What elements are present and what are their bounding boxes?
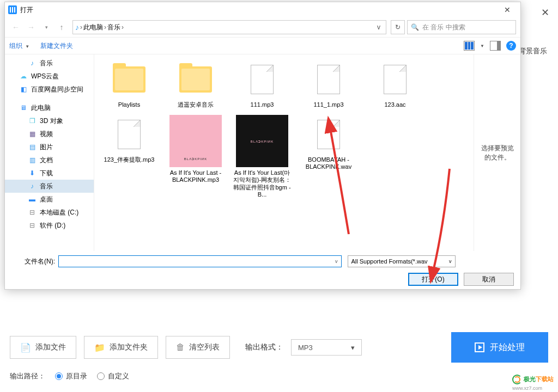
sidebar-item-icon: ▤ (28, 143, 37, 151)
file-item[interactable]: BLΛƆKPIИKAs If It's Your Last - BLACKPIN… (164, 113, 227, 200)
nav-back-icon[interactable]: ← (9, 21, 22, 34)
add-folder-icon: 📁 (94, 342, 105, 353)
sidebar-item-icon: ⊟ (28, 208, 37, 217)
sidebar-item-icon: 🖥 (19, 103, 28, 112)
help-icon[interactable]: ? (506, 41, 516, 51)
path-dropdown-icon[interactable]: v (374, 23, 384, 31)
sidebar-item-label: 本地磁盘 (C:) (40, 208, 78, 217)
add-folder-label: 添加文件夹 (110, 342, 148, 352)
radio-custom[interactable]: 自定义 (97, 371, 129, 381)
files-area[interactable]: Playlists逍遥安卓音乐111.mp3111_1.mp3123.aac12… (94, 54, 474, 251)
file-item[interactable]: 123.aac (363, 58, 427, 111)
search-icon: 🔍 (411, 23, 419, 31)
sidebar-item[interactable]: ▥文档 (5, 154, 94, 167)
chevron-down-icon: ▾ (351, 344, 355, 352)
view-dropdown-icon[interactable]: ▼ (480, 44, 484, 48)
filename-dropdown-icon[interactable]: v (335, 259, 338, 264)
close-button[interactable]: ✕ (496, 5, 518, 14)
sidebar-item[interactable]: ⊟本地磁盘 (C:) (5, 206, 94, 219)
clear-list-button[interactable]: 🗑 清空列表 (166, 336, 230, 359)
file-item[interactable]: 123_伴奏提取.mp3 (98, 113, 161, 200)
start-process-button[interactable]: 开始处理 (451, 332, 548, 363)
sidebar-item[interactable]: ❒3D 对象 (5, 114, 94, 127)
dropdown-icon: ▼ (25, 44, 29, 49)
path-current[interactable]: 音乐 (107, 23, 120, 32)
filename-input[interactable] (58, 255, 342, 267)
sidebar-item[interactable]: ▦视频 (5, 127, 94, 140)
new-folder-button[interactable]: 新建文件夹 (40, 41, 73, 51)
sidebar-item-label: 此电脑 (31, 103, 51, 113)
view-mode-button[interactable] (464, 41, 475, 51)
chevron-down-icon: v (449, 259, 452, 264)
radio-original-label: 原目录 (66, 371, 87, 381)
add-file-button[interactable]: 📄 添加文件 (10, 336, 76, 359)
bg-music-label: 背景音乐 (519, 46, 547, 56)
file-name-label: BOOMBAYAH - BLACKPINK.wav (299, 156, 358, 170)
filename-label: 文件名(N): (11, 257, 55, 266)
sidebar-item-icon: ⊟ (28, 221, 37, 230)
path-sep-icon: › (104, 23, 106, 31)
titlebar: 打开 ✕ (5, 2, 520, 17)
app-close-icon[interactable]: ✕ (541, 7, 549, 19)
sidebar-item-label: 下载 (40, 169, 53, 178)
radio-unchecked-icon (97, 372, 105, 380)
file-row: 文件名(N): v All Supported Formats(*.wav v … (5, 251, 520, 289)
sidebar-item-label: 软件 (D:) (40, 221, 65, 230)
search-placeholder: 在 音乐 中搜索 (422, 23, 465, 32)
organize-label: 组织 (9, 42, 22, 50)
search-input[interactable]: 🔍 在 音乐 中搜索 (407, 20, 516, 34)
content-area: Playlists逍遥安卓音乐111.mp3111_1.mp3123.aac12… (94, 54, 520, 251)
address-bar[interactable]: ♪ › 此电脑 › 音乐 › v (72, 20, 386, 34)
open-button[interactable]: 打开(O) (408, 273, 458, 286)
sidebar-item[interactable]: 🖥此电脑 (5, 101, 94, 114)
refresh-button[interactable]: ↻ (391, 20, 405, 34)
output-format-select[interactable]: MP3 ▾ (291, 339, 362, 356)
sidebar-item-label: 百度网盘同步空间 (31, 85, 83, 94)
music-icon: ♪ (75, 23, 79, 32)
file-name-label: 逍遥安卓音乐 (178, 101, 214, 108)
file-item[interactable]: BLΛƆKPIИKAs If It's Your Last(마지막처럼)-网友别… (231, 113, 294, 200)
add-file-label: 添加文件 (35, 342, 66, 352)
file-item[interactable]: 111_1.mp3 (297, 58, 360, 111)
sidebar-item[interactable]: ▤图片 (5, 140, 94, 154)
sidebar-item-icon: ▦ (28, 130, 37, 138)
sidebar-item-icon: ❒ (28, 117, 37, 125)
sidebar-item[interactable]: ♪音乐 (5, 180, 94, 193)
path-sep-icon: › (80, 23, 82, 31)
sidebar-item[interactable]: ♪音乐 (5, 57, 94, 70)
file-thumb: BLΛƆKPIИK (236, 115, 288, 167)
nav-up-icon[interactable]: ↑ (55, 21, 68, 34)
watermark: 极光下载站 www.xz7.com (512, 375, 554, 391)
file-thumb (369, 60, 421, 99)
nav-recent-icon[interactable]: ▾ (40, 21, 53, 34)
sidebar-item-icon: ▥ (28, 156, 37, 164)
add-folder-button[interactable]: 📁 添加文件夹 (84, 336, 158, 359)
cancel-button[interactable]: 取消 (464, 273, 514, 286)
preview-text: 选择要预览的文件。 (478, 144, 516, 162)
sidebar-item-icon: ◧ (19, 85, 28, 94)
nav-forward-icon[interactable]: → (25, 21, 38, 34)
preview-pane-button[interactable] (490, 41, 501, 51)
file-item[interactable]: Playlists (98, 58, 161, 111)
file-thumb (103, 115, 155, 154)
file-type-filter[interactable]: All Supported Formats(*.wav v (348, 255, 456, 267)
sidebar-item[interactable]: ⬇下载 (5, 167, 94, 180)
sidebar-item-icon: ☁ (19, 72, 28, 81)
sidebar-item[interactable]: ☁WPS云盘 (5, 70, 94, 83)
sidebar-item[interactable]: ◧百度网盘同步空间 (5, 83, 94, 96)
sidebar-item-label: 3D 对象 (40, 117, 63, 126)
file-item[interactable]: 111.mp3 (231, 58, 294, 111)
file-item[interactable]: BOOMBAYAH - BLACKPINK.wav (297, 113, 360, 200)
watermark-brand1: 极光 (524, 376, 536, 382)
file-item[interactable]: 逍遥安卓音乐 (164, 58, 227, 111)
sidebar-item-icon: ⬇ (28, 169, 37, 177)
organize-menu[interactable]: 组织 ▼ (9, 41, 29, 51)
sidebar-item[interactable]: ⊟软件 (D:) (5, 219, 94, 232)
start-process-label: 开始处理 (490, 342, 525, 353)
file-name-label: As If It's Your Last(마지막처럼)-网友别名：韩国证件照抖音… (233, 169, 292, 198)
path-root[interactable]: 此电脑 (83, 23, 103, 32)
sidebar-item[interactable]: ▬桌面 (5, 193, 94, 206)
output-format-value: MP3 (298, 344, 313, 352)
file-thumb (169, 60, 222, 99)
radio-original[interactable]: 原目录 (55, 371, 87, 381)
